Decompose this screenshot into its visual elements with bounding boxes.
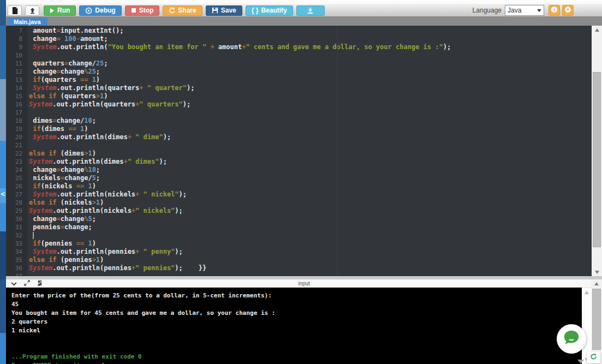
scroll-up-arrow[interactable] <box>592 26 602 34</box>
code-line[interactable]: if(quarters == 1) <box>29 76 592 84</box>
new-file-button[interactable] <box>8 5 22 16</box>
left-panel-strip <box>0 0 6 364</box>
code-line[interactable]: System.out.println(nickels+ " nickel"); <box>29 190 592 199</box>
debug-icon <box>85 7 92 14</box>
line-number: 30 <box>6 215 27 223</box>
code-line[interactable] <box>29 272 592 276</box>
code-line[interactable]: change= 100-amount; <box>29 35 592 43</box>
line-number: 36 <box>6 264 27 272</box>
line-number: 18 <box>6 117 27 125</box>
console-scroll-up-arrow[interactable] <box>582 288 591 296</box>
share-button[interactable]: Share <box>163 5 202 16</box>
braces-icon: { } <box>252 7 259 14</box>
share-label: Share <box>178 7 196 14</box>
tab-bar: Main.java <box>6 16 602 26</box>
open-file-button[interactable] <box>25 5 39 16</box>
console-line: Enter the price of the(from 25 cents to … <box>11 291 602 300</box>
code-line[interactable] <box>29 109 592 117</box>
code-line[interactable]: change=change%10; <box>29 166 592 174</box>
text-cursor <box>33 232 34 239</box>
stop-icon <box>131 8 136 13</box>
code-line[interactable]: System.out.println(pennies+" pennies"); … <box>29 264 592 272</box>
info-button[interactable] <box>549 5 560 16</box>
code-line[interactable]: else if (nickels>1) <box>29 199 592 207</box>
language-label: Language <box>473 7 502 14</box>
info-icon <box>551 5 558 15</box>
code-line[interactable] <box>29 51 592 59</box>
line-number: 26 <box>6 182 27 190</box>
toolbar-top-strip <box>6 0 602 4</box>
code-line[interactable]: change=change%25; <box>29 68 592 76</box>
code-line[interactable]: quarters=change/25; <box>29 59 592 68</box>
line-number: 22 <box>6 150 27 158</box>
code-line[interactable]: if(pennies == 1) <box>29 240 592 248</box>
code-lines[interactable]: amount=input.nextInt(); change= 100-amou… <box>27 26 592 276</box>
save-icon <box>212 7 218 14</box>
console-line: 1 nickel <box>11 326 602 335</box>
line-number: 14 <box>6 84 27 92</box>
collapse-left-chevron[interactable]: < <box>0 190 6 198</box>
page-scrollbar-thumb[interactable] <box>592 289 601 350</box>
save-label: Save <box>221 7 236 14</box>
code-line[interactable]: dimes=change/10; <box>29 117 592 125</box>
console-line: 2 quarters <box>11 318 602 326</box>
line-number: 32 <box>6 231 27 240</box>
code-line[interactable] <box>29 231 592 240</box>
expand-icon <box>24 278 30 288</box>
line-number: 35 <box>6 256 27 264</box>
play-icon <box>50 8 55 14</box>
code-line[interactable]: amount=input.nextInt(); <box>29 27 592 35</box>
code-line[interactable]: System.out.println(nickels+" nickels"); <box>29 207 592 215</box>
dropdown-arrow-icon <box>537 9 541 12</box>
collapse-console-button[interactable] <box>11 278 17 288</box>
gear-icon <box>564 5 571 15</box>
line-number: 23 <box>6 158 27 166</box>
line-number-gutter: 7891011121314151617181920212223242526272… <box>6 26 27 276</box>
download-button[interactable] <box>296 5 325 16</box>
print-margin-line <box>337 26 338 276</box>
beautify-button[interactable]: { } Beautify <box>246 5 293 16</box>
code-line[interactable]: change=change%5; <box>29 215 592 223</box>
code-line[interactable]: if(nickels == 1) <box>29 182 592 190</box>
code-line[interactable]: nickels=change/5; <box>29 174 592 182</box>
code-line[interactable]: System.out.println(dimes+ " dime"); <box>29 133 592 141</box>
scroll-down-arrow[interactable] <box>592 268 602 276</box>
editor-scrollbar-thumb[interactable] <box>593 72 601 247</box>
code-line[interactable] <box>29 141 592 150</box>
settings-button[interactable] <box>562 5 574 16</box>
code-line[interactable]: System.out.println(pennies+ " penny"); <box>29 248 592 256</box>
language-value: Java <box>508 7 521 14</box>
code-line[interactable]: System.out.println(quarters+ " quarter")… <box>29 84 592 92</box>
refresh-widget-button[interactable] <box>587 351 600 363</box>
stop-button[interactable]: Stop <box>125 5 160 16</box>
clear-console-icon <box>37 278 43 288</box>
page-scroll-up-arrow[interactable] <box>591 279 602 288</box>
language-select[interactable]: Java <box>505 5 544 16</box>
line-number: 34 <box>6 248 27 256</box>
code-line[interactable]: System.out.println("You bought an item f… <box>29 43 592 51</box>
code-line[interactable]: else if (pennies>1) <box>29 256 592 264</box>
widget-caret-icon[interactable] <box>577 360 584 363</box>
line-number: 13 <box>6 76 27 84</box>
console-toolbar: input <box>6 279 602 288</box>
expand-console-button[interactable] <box>24 278 30 288</box>
line-number: 20 <box>6 133 27 141</box>
line-number: 27 <box>6 190 27 199</box>
console-line: Press ENTER to exit console <box>11 361 602 364</box>
code-line[interactable]: if(dimes == 1) <box>29 125 592 133</box>
line-number: 11 <box>6 59 27 68</box>
code-line[interactable]: else if (quarters>1) <box>29 92 592 100</box>
code-line[interactable]: else if (dimes>1) <box>29 150 592 158</box>
code-line[interactable]: System.out.println(quarters+" quarters")… <box>29 100 592 109</box>
chat-widget-button[interactable] <box>557 324 586 354</box>
console-output[interactable]: Enter the price of the(from 25 cents to … <box>6 288 602 364</box>
line-number: 33 <box>6 240 27 248</box>
clear-console-button[interactable] <box>37 278 43 288</box>
line-number: 37 <box>6 272 27 276</box>
line-number: 29 <box>6 207 27 215</box>
code-line[interactable]: System.out.println(dimes+" dimes"); <box>29 158 592 166</box>
code-line[interactable]: pennies=change; <box>29 223 592 231</box>
debug-button[interactable]: Debug <box>79 5 121 16</box>
run-button[interactable]: Run <box>44 5 76 16</box>
save-button[interactable]: Save <box>206 5 242 16</box>
